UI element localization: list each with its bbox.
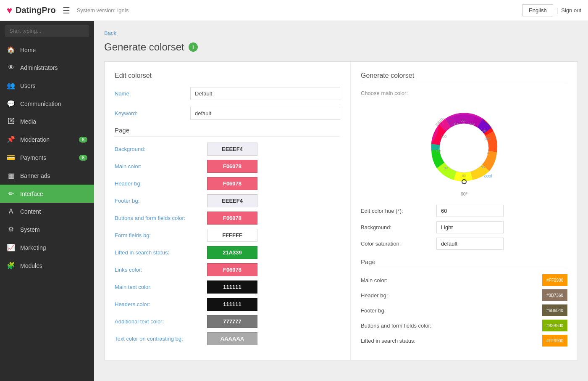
- right-color-swatch-0[interactable]: #FF9900: [542, 274, 567, 286]
- right-color-label-1: Header bg:: [361, 292, 542, 299]
- sidebar-label-moderation: Moderation: [20, 136, 50, 143]
- sidebar-item-users[interactable]: 👥 Users: [0, 77, 94, 95]
- right-color-label-3: Buttons and form fields color:: [361, 323, 542, 329]
- color-label-10: Additional text color:: [115, 318, 207, 325]
- color-label-11: Text color on contrasting bg:: [115, 336, 207, 342]
- sidebar-label-banner-ads: Banner ads: [20, 172, 50, 179]
- search-input[interactable]: [5, 25, 89, 37]
- keyword-input-container: [190, 107, 340, 120]
- color-label-8: Main text color:: [115, 284, 207, 290]
- color-row: Header bg: F06078: [115, 177, 340, 190]
- color-box-7[interactable]: F06078: [207, 263, 257, 276]
- color-row: Main text color: 111111: [115, 280, 340, 294]
- right-color-swatch-2[interactable]: #6B6040: [542, 304, 567, 316]
- sidebar-item-home[interactable]: 🏠 Home: [0, 41, 94, 59]
- color-wheel-container: 270 300 0 30 60 90 120 150 180 210: [361, 100, 567, 196]
- color-box-0[interactable]: EEEEF4: [207, 143, 257, 156]
- system-version: System version: Ignis: [77, 7, 129, 13]
- color-swatch-9: 111111: [207, 298, 257, 311]
- sidebar-label-system: System: [20, 226, 40, 233]
- right-color-swatch-3[interactable]: #83B500: [542, 320, 567, 331]
- svg-text:30: 30: [481, 165, 485, 169]
- sidebar-item-interface[interactable]: ✏ Interface: [0, 185, 94, 203]
- color-label-6: Lifted in search status:: [115, 249, 207, 256]
- background-input-container: [436, 221, 504, 233]
- sidebar-item-left-banner-ads: ▦ Banner ads: [7, 172, 50, 180]
- right-color-swatch-1[interactable]: #8B7360: [542, 289, 567, 301]
- info-icon[interactable]: i: [189, 42, 198, 52]
- color-box-10[interactable]: 777777: [207, 315, 257, 328]
- sidebar-item-media[interactable]: 🖼 Media: [0, 113, 94, 130]
- logo-text: DatingPro: [16, 5, 56, 15]
- sidebar-item-administrators[interactable]: 👁 Administrators: [0, 59, 94, 77]
- right-color-row: Lifted in search status: #FF9900: [361, 335, 567, 347]
- color-box-3[interactable]: EEEEF4: [207, 194, 257, 207]
- color-swatch-0: EEEEF4: [207, 143, 257, 156]
- color-wheel[interactable]: 270 300 0 30 60 90 120 150 180 210: [416, 100, 512, 196]
- color-label-3: Footer bg:: [115, 198, 207, 204]
- saturation-input[interactable]: [436, 238, 504, 250]
- keyword-label: Keyword:: [115, 110, 190, 116]
- color-swatch-3: EEEEF4: [207, 194, 257, 207]
- background-input[interactable]: [436, 221, 504, 233]
- color-swatch-6: 21A339: [207, 246, 257, 259]
- signout-button[interactable]: Sign out: [561, 7, 581, 13]
- color-row: Background: EEEEF4: [115, 143, 340, 156]
- color-box-6[interactable]: 21A339: [207, 246, 257, 259]
- right-color-swatch-4[interactable]: #FF9900: [542, 335, 567, 347]
- sidebar-item-system[interactable]: ⚙ System: [0, 220, 94, 238]
- sidebar-item-left-content: A Content: [7, 208, 41, 215]
- sidebar-item-communication[interactable]: 💬 Communication: [0, 95, 94, 113]
- main-content: Back Generate colorset i Edit colorset N…: [94, 21, 588, 381]
- background-row: Background:: [361, 221, 567, 233]
- color-swatch-10: 777777: [207, 315, 257, 328]
- color-label-7: Links color:: [115, 267, 207, 273]
- svg-text:180: 180: [454, 122, 459, 126]
- sidebar-label-communication: Communication: [20, 101, 61, 107]
- sidebar-label-payments: Payments: [20, 154, 46, 161]
- hue-input[interactable]: [436, 205, 504, 217]
- svg-text:0: 0: [487, 151, 489, 155]
- color-box-8[interactable]: 111111: [207, 280, 257, 294]
- sidebar-icon-modules: 🧩: [7, 262, 15, 270]
- back-link[interactable]: Back: [104, 30, 116, 36]
- color-box-1[interactable]: F06078: [207, 160, 257, 173]
- sidebar-item-content[interactable]: A Content: [0, 203, 94, 220]
- degree-label: 60°: [461, 191, 468, 196]
- color-swatch-5: FFFFFF: [207, 229, 257, 242]
- keyword-input[interactable]: [190, 107, 340, 120]
- color-box-11[interactable]: AAAAAA: [207, 332, 257, 345]
- svg-text:150: 150: [441, 135, 447, 138]
- color-label-4: Buttons and form fields color:: [115, 215, 207, 221]
- svg-text:90: 90: [444, 166, 448, 170]
- color-box-2[interactable]: F06078: [207, 177, 257, 190]
- generate-colorset-panel: Generate colorset Choose main color:: [351, 62, 578, 360]
- sidebar-item-banner-ads[interactable]: ▦ Banner ads: [0, 167, 94, 185]
- right-color-label-0: Main color:: [361, 277, 542, 283]
- color-row: Additional text color: 777777: [115, 315, 340, 328]
- right-page-section: Page Main color: #FF9900 Header bg: #8B7…: [361, 258, 567, 347]
- right-color-row: Buttons and form fields color: #83B500: [361, 320, 567, 331]
- hamburger-icon[interactable]: ☰: [63, 5, 70, 16]
- saturation-row: Color saturation:: [361, 238, 567, 250]
- choose-color-label: Choose main color:: [361, 90, 567, 96]
- color-box-5[interactable]: FFFFFF: [207, 229, 257, 242]
- sidebar-item-marketing[interactable]: 📈 Marketing: [0, 238, 94, 257]
- sidebar-icon-payments: 💳: [7, 153, 15, 161]
- badge-moderation: 8: [79, 137, 87, 143]
- sidebar-item-payments[interactable]: 💳 Payments 6: [0, 148, 94, 167]
- color-box-9[interactable]: 111111: [207, 298, 257, 311]
- sidebar-item-modules[interactable]: 🧩 Modules: [0, 257, 94, 275]
- sidebar-item-moderation[interactable]: 📌 Moderation 8: [0, 130, 94, 148]
- svg-text:cool: cool: [484, 174, 492, 178]
- color-row: Form fields bg: FFFFFF: [115, 229, 340, 242]
- color-box-4[interactable]: F06078: [207, 212, 257, 225]
- sidebar-item-left-users: 👥 Users: [7, 82, 36, 90]
- svg-text:240: 240: [482, 129, 488, 133]
- sidebar-label-modules: Modules: [20, 262, 42, 269]
- badge-payments: 6: [79, 155, 87, 161]
- sidebar-icon-administrators: 👁: [7, 64, 15, 71]
- name-input[interactable]: [190, 87, 340, 100]
- language-button[interactable]: English: [522, 4, 553, 16]
- page-subsection-title: Page: [115, 127, 340, 137]
